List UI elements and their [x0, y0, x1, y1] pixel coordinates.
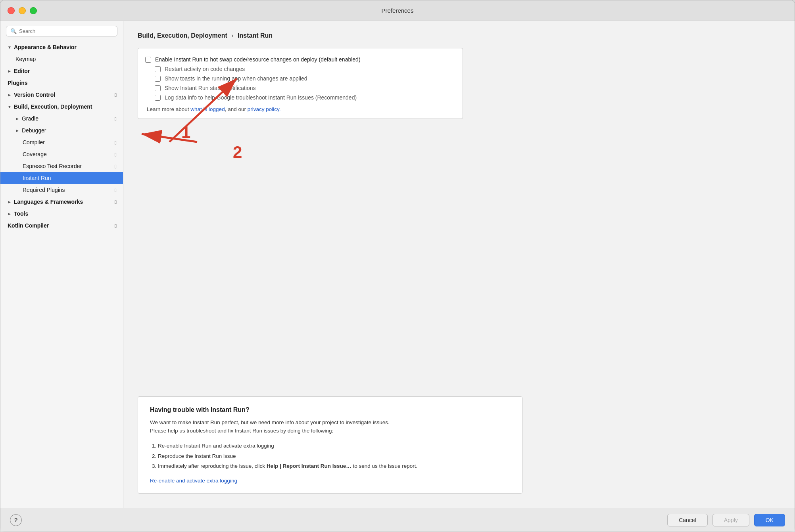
- sidebar-item-label: Appearance & Behavior: [14, 44, 77, 50]
- expand-arrow-icon: ►: [8, 93, 12, 97]
- expand-arrow-icon: ►: [8, 212, 12, 216]
- titlebar: Preferences: [0, 0, 795, 21]
- sidebar-item-kotlin[interactable]: Kotlin Compiler ▯: [0, 220, 123, 232]
- window-title: Preferences: [382, 7, 414, 14]
- footer-right: Cancel Apply OK: [667, 514, 785, 526]
- sidebar-item-label: Build, Execution, Deployment: [14, 103, 92, 110]
- reenable-link[interactable]: Re-enable and activate extra logging: [150, 478, 237, 484]
- expand-arrow-icon: ►: [8, 69, 12, 73]
- sidebar-item-label: Espresso Test Recorder: [23, 163, 82, 169]
- sidebar-item-appearance[interactable]: ▼ Appearance & Behavior: [0, 41, 123, 53]
- sidebar-item-instant-run[interactable]: Instant Run: [0, 172, 123, 184]
- sidebar-item-label: Version Control: [14, 92, 55, 98]
- sidebar-item-label: Keymap: [15, 56, 36, 62]
- expand-arrow-icon: ▼: [8, 105, 12, 109]
- sidebar-item-tools[interactable]: ► Tools: [0, 208, 123, 220]
- sidebar-item-label: Coverage: [23, 151, 47, 157]
- trouble-title: Having trouble with Instant Run?: [150, 406, 510, 413]
- sidebar-item-label: Editor: [14, 68, 30, 74]
- trouble-step-2: Reproduce the Instant Run issue: [158, 451, 510, 461]
- expand-arrow-icon: ►: [15, 128, 19, 133]
- sidebar-item-label: Plugins: [8, 80, 28, 86]
- trouble-box: Having trouble with Instant Run? We want…: [138, 396, 522, 494]
- preferences-window: Preferences 🔍 ▼ Appearance & Behavior Ke…: [0, 0, 795, 532]
- ok-button[interactable]: OK: [754, 514, 785, 526]
- trouble-steps: Re-enable Instant Run and activate extra…: [158, 441, 510, 471]
- svg-text:2: 2: [233, 143, 242, 161]
- traffic-lights: [8, 7, 37, 14]
- copy-icon: ▯: [114, 116, 117, 121]
- sidebar-item-label: Debugger: [22, 127, 46, 134]
- sidebar-item-label: Required Plugins: [23, 187, 65, 193]
- sidebar-item-label: Languages & Frameworks: [14, 199, 83, 205]
- sidebar-item-version-control[interactable]: ► Version Control ▯: [0, 89, 123, 101]
- main-content: 🔍 ▼ Appearance & Behavior Keymap ► Edito…: [0, 21, 795, 508]
- sidebar-item-build[interactable]: ▼ Build, Execution, Deployment: [0, 101, 123, 113]
- arrows-svg: 1 2: [123, 31, 277, 189]
- sidebar-item-label: Instant Run: [23, 175, 51, 181]
- expand-arrow-icon: ►: [8, 200, 12, 204]
- content-area: Build, Execution, Deployment › Instant R…: [123, 21, 795, 508]
- sidebar: 🔍 ▼ Appearance & Behavior Keymap ► Edito…: [0, 21, 123, 508]
- trouble-step-1: Re-enable Instant Run and activate extra…: [158, 441, 510, 451]
- sidebar-item-gradle[interactable]: ► Gradle ▯: [0, 113, 123, 124]
- copy-icon: ▯: [114, 199, 117, 205]
- sidebar-item-editor[interactable]: ► Editor: [0, 65, 123, 77]
- sidebar-item-label: Compiler: [23, 139, 45, 145]
- minimize-button[interactable]: [19, 7, 26, 14]
- trouble-desc: We want to make Instant Run perfect, but…: [150, 418, 510, 435]
- sidebar-item-coverage[interactable]: Coverage ▯: [0, 148, 123, 160]
- search-input[interactable]: [19, 28, 113, 34]
- expand-arrow-icon: ▼: [8, 45, 12, 50]
- copy-icon: ▯: [114, 92, 117, 98]
- search-icon: 🔍: [10, 28, 17, 34]
- sidebar-item-label: Kotlin Compiler: [8, 222, 49, 229]
- sidebar-item-required-plugins[interactable]: Required Plugins ▯: [0, 184, 123, 196]
- sidebar-item-compiler[interactable]: Compiler ▯: [0, 136, 123, 148]
- close-button[interactable]: [8, 7, 15, 14]
- copy-icon: ▯: [114, 188, 117, 193]
- help-button[interactable]: ?: [10, 514, 22, 526]
- annotation-area: 1 2: [138, 130, 780, 293]
- sidebar-item-label: Gradle: [22, 115, 38, 122]
- sidebar-item-languages[interactable]: ► Languages & Frameworks ▯: [0, 196, 123, 208]
- copy-icon: ▯: [114, 152, 117, 157]
- apply-button[interactable]: Apply: [712, 514, 749, 526]
- maximize-button[interactable]: [30, 7, 37, 14]
- sidebar-item-keymap[interactable]: Keymap: [0, 53, 123, 65]
- sidebar-items: ▼ Appearance & Behavior Keymap ► Editor …: [0, 41, 123, 508]
- expand-arrow-icon: ►: [15, 117, 19, 121]
- copy-icon: ▯: [114, 140, 117, 145]
- sidebar-item-plugins[interactable]: Plugins: [0, 77, 123, 89]
- copy-icon: ▯: [114, 223, 117, 228]
- sidebar-item-espresso[interactable]: Espresso Test Recorder ▯: [0, 160, 123, 172]
- sidebar-item-label: Tools: [14, 211, 28, 217]
- trouble-link: Re-enable and activate extra logging: [150, 478, 510, 484]
- svg-text:1: 1: [181, 123, 190, 142]
- search-box[interactable]: 🔍: [6, 26, 117, 36]
- cancel-button[interactable]: Cancel: [667, 514, 708, 526]
- sidebar-item-debugger[interactable]: ► Debugger: [0, 124, 123, 136]
- svg-line-3: [169, 78, 237, 142]
- copy-icon: ▯: [114, 164, 117, 169]
- footer-bar: ? Cancel Apply OK: [0, 508, 795, 532]
- trouble-step-3: Immediately after reproducing the issue,…: [158, 461, 510, 471]
- footer-left: ?: [10, 514, 22, 526]
